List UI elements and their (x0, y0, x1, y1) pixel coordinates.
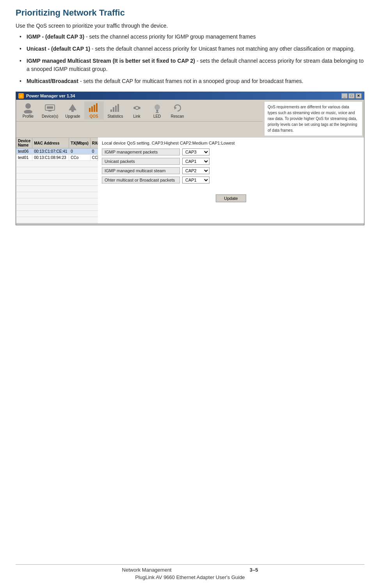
qos-label-multicast: IGMP managed multicast steam (102, 167, 180, 174)
statistics-icon (109, 102, 122, 113)
info-text: QoS requirements are different for vario… (268, 105, 357, 132)
svg-rect-13 (115, 106, 117, 112)
toolbar-profile[interactable]: Profile (18, 101, 38, 120)
bullet-item-2: Unicast - (default CAP 1) - sets the def… (20, 45, 364, 53)
title-bar: ⚡ Power Manager ver 1.34 _ □ ✕ (16, 92, 364, 100)
toolbar-statistics[interactable]: Statistics (105, 101, 126, 120)
qos-select-broadcast[interactable]: CAP1 CAP2 CAP3 (182, 177, 210, 184)
profile-icon (22, 102, 34, 113)
app-bottom-strip (16, 223, 364, 225)
device-panel: Device Name MAC Address TX(Mbps) RX(Mbps… (16, 138, 98, 223)
toolbar-area: Profile Device(s) (16, 100, 263, 122)
qos-select-unicast[interactable]: CAP1 CAP2 CAP3 (182, 158, 210, 165)
svg-rect-14 (117, 104, 119, 112)
page-footer: Network Management 3–5 PlugLink AV 9660 … (0, 562, 380, 580)
toolbar-qos[interactable]: QOS (84, 101, 104, 120)
qos-label-igmp: IGMP management packets (102, 148, 180, 155)
page-number: 3–5 (250, 567, 258, 573)
statistics-label: Statistics (108, 114, 123, 118)
svg-rect-8 (91, 106, 93, 112)
svg-rect-7 (89, 108, 91, 112)
toolbar-link[interactable]: Link (127, 101, 147, 120)
page-title: Prioritizing Network Traffic (16, 8, 364, 18)
led-icon (151, 102, 163, 113)
svg-rect-19 (156, 112, 159, 113)
device-tx-cell: CCo (69, 155, 91, 161)
minimize-button[interactable]: _ (341, 93, 348, 99)
bullet-text-2: - sets the default channel access priori… (90, 46, 355, 52)
devices-label: Device(s) (42, 114, 58, 118)
bullet-item-3: IGMP managed Multicast Stream (It is bet… (20, 57, 364, 73)
update-button[interactable]: Update (216, 194, 246, 202)
rescan-icon (171, 102, 184, 113)
qos-select-igmp[interactable]: CAP3 CAP2 CAP1 (182, 148, 210, 155)
device-name-cell: test06 (16, 148, 32, 155)
svg-rect-10 (96, 103, 98, 112)
svg-point-1 (24, 110, 32, 113)
device-name-cell: test01 (16, 155, 32, 161)
toolbar-led[interactable]: LED (147, 101, 167, 120)
bullet-bold-3: IGMP managed Multicast Stream (It is bet… (27, 58, 195, 64)
svg-point-0 (25, 103, 31, 109)
col-mac-address: MAC Address (32, 138, 69, 148)
qos-icon (88, 102, 100, 113)
qos-setting-row-2: Unicast packets CAP1 CAP2 CAP3 (102, 158, 360, 165)
app-window: ⚡ Power Manager ver 1.34 _ □ ✕ (16, 92, 364, 225)
svg-rect-12 (113, 107, 114, 112)
qos-select-multicast[interactable]: CAP2 CAP1 CAP3 (182, 167, 210, 174)
qos-label-broadcast: Ohter multicast or Broadcast packets (102, 177, 180, 184)
qos-label-unicast: Unicast packets (102, 158, 180, 165)
app-icon: ⚡ (18, 93, 24, 99)
svg-rect-6 (71, 109, 74, 112)
bullet-text-4: - sets the default CAP for multicast fra… (78, 78, 303, 84)
svg-rect-11 (110, 109, 112, 112)
qos-setting-row-3: IGMP managed multicast steam CAP2 CAP1 C… (102, 167, 360, 174)
toolbar: Profile Device(s) (16, 100, 263, 122)
maximize-button[interactable]: □ (348, 93, 355, 99)
main-area: Device Name MAC Address TX(Mbps) RX(Mbps… (16, 138, 364, 223)
rescan-label: Rescan (171, 114, 184, 118)
upgrade-label: Upgrade (65, 114, 80, 118)
info-panel: QoS requirements are different for vario… (264, 101, 362, 136)
qos-setting-row-1: IGMP management packets CAP3 CAP2 CAP1 (102, 148, 360, 155)
toolbar-upgrade[interactable]: Upgrade (62, 101, 83, 120)
device-mac-cell: 00:13:C1:08:94:23 (32, 155, 69, 161)
top-row: Profile Device(s) (16, 100, 364, 138)
device-tx-cell: 0 (69, 148, 91, 155)
window-controls[interactable]: _ □ ✕ (341, 93, 362, 99)
col-device-name: Device Name (16, 138, 32, 148)
close-button[interactable]: ✕ (355, 93, 362, 99)
footer-center-text: Network Management (122, 567, 172, 573)
info-area: QoS requirements are different for vario… (263, 100, 364, 138)
svg-marker-20 (174, 106, 177, 109)
bullet-bold-4: Multicast/Broadcast (27, 78, 78, 84)
svg-rect-9 (94, 105, 95, 112)
intro-paragraph: Use the QoS screen to prioritize your tr… (16, 23, 364, 29)
app-title: Power Manager ver 1.34 (26, 94, 75, 98)
svg-point-17 (154, 104, 160, 110)
qos-panel: Local device QoS setting. CAP3:Highest C… (98, 138, 364, 223)
svg-rect-4 (48, 110, 51, 111)
toolbar-rescan[interactable]: Rescan (168, 101, 187, 120)
toolbar-devices[interactable]: Device(s) (39, 101, 61, 120)
bullet-list: IGMP - (default CAP 3) - sets the channe… (16, 33, 364, 85)
profile-label: Profile (23, 114, 34, 118)
qos-panel-title: Local device QoS setting. CAP3:Highest C… (102, 141, 360, 145)
footer-bottom-text: PlugLink AV 9660 Ethernet Adapter User's… (0, 574, 380, 580)
bullet-item-1: IGMP - (default CAP 3) - sets the channe… (20, 33, 364, 41)
bullet-text-1: - sets the channel access priority for I… (84, 34, 256, 40)
upgrade-icon (66, 102, 79, 113)
device-mac-cell: 00:13:C1:07:CE:41 (32, 148, 69, 155)
title-bar-left: ⚡ Power Manager ver 1.34 (18, 93, 75, 99)
led-label: LED (153, 114, 161, 118)
svg-rect-3 (47, 106, 53, 109)
link-label: Link (133, 114, 140, 118)
svg-marker-18 (156, 110, 158, 113)
qos-setting-row-4: Ohter multicast or Broadcast packets CAP… (102, 177, 360, 184)
col-tx: TX(Mbps) (69, 138, 91, 148)
bullet-item-4: Multicast/Broadcast - sets the default C… (20, 77, 364, 85)
link-icon (131, 102, 143, 113)
devices-icon (44, 102, 56, 113)
update-section: Update (102, 190, 360, 202)
footer-divider (16, 564, 364, 565)
